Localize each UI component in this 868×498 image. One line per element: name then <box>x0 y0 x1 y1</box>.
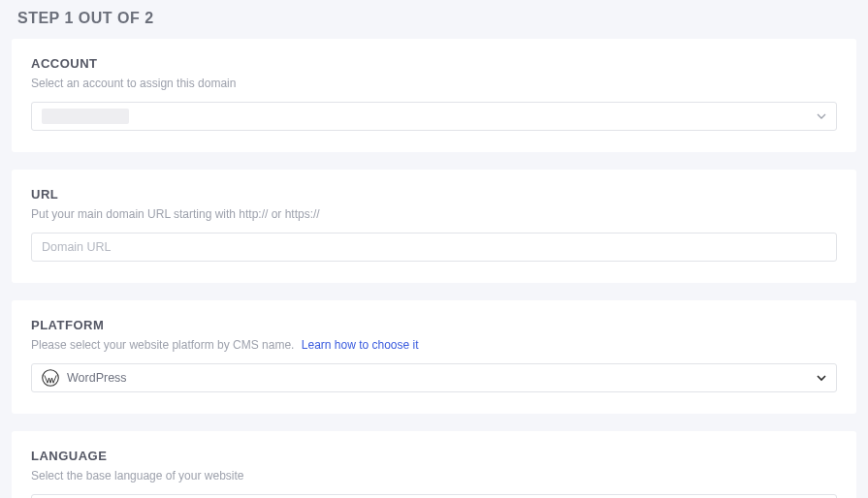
platform-subtitle: Please select your website platform by C… <box>31 338 294 352</box>
platform-subtitle-wrap: Please select your website platform by C… <box>31 338 837 352</box>
language-title: LANGUAGE <box>31 449 837 463</box>
page-title: STEP 1 OUT OF 2 <box>0 0 868 39</box>
account-select[interactable] <box>31 102 837 131</box>
account-title: ACCOUNT <box>31 56 837 71</box>
chevron-down-icon <box>817 111 826 121</box>
url-input[interactable] <box>31 233 837 262</box>
account-subtitle: Select an account to assign this domain <box>31 77 837 90</box>
chevron-down-icon <box>817 373 826 383</box>
url-title: URL <box>31 187 837 202</box>
platform-card: PLATFORM Please select your website plat… <box>12 300 856 414</box>
language-card: LANGUAGE Select the base language of you… <box>12 431 856 498</box>
account-selected-redacted <box>42 109 129 124</box>
wordpress-icon <box>42 369 59 387</box>
platform-selected-label: WordPress <box>67 371 127 385</box>
platform-title: PLATFORM <box>31 318 837 332</box>
platform-learn-link[interactable]: Learn how to choose it <box>302 338 419 352</box>
url-card: URL Put your main domain URL starting wi… <box>12 170 856 283</box>
language-select[interactable]: Select language... <box>31 494 837 498</box>
language-subtitle: Select the base language of your website <box>31 469 837 482</box>
url-subtitle: Put your main domain URL starting with h… <box>31 207 837 221</box>
svg-point-0 <box>43 370 59 387</box>
account-card: ACCOUNT Select an account to assign this… <box>12 39 856 152</box>
platform-select[interactable]: WordPress <box>31 363 837 392</box>
